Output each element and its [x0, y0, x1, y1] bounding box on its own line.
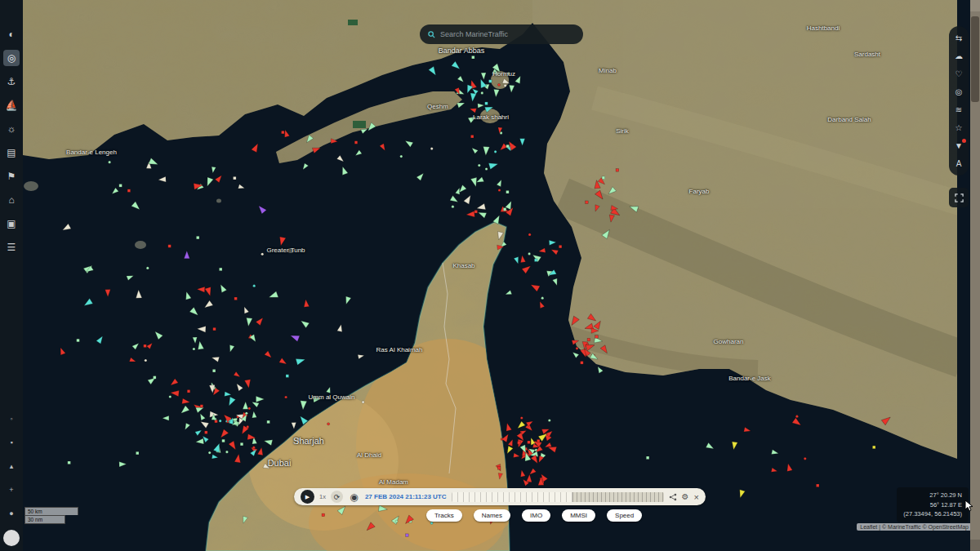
search-icon: [428, 31, 435, 38]
display-toggles: TracksNamesIMOMMSISpeed: [426, 509, 642, 522]
settings-icon[interactable]: ▪: [3, 434, 20, 451]
search-bar[interactable]: Search MarineTraffic: [420, 24, 583, 44]
share-button[interactable]: [669, 493, 677, 501]
play-button[interactable]: ▶: [301, 490, 314, 504]
notification-dot: [962, 139, 966, 143]
map-place-label: Bandar Abbas: [439, 47, 485, 55]
favorites-icon[interactable]: ♡: [952, 68, 965, 80]
map-scale: 50 km 30 nm: [24, 507, 78, 524]
help-icon[interactable]: ◦: [3, 411, 20, 427]
map-place-label: Bandar-e Lengeh: [66, 149, 117, 156]
map-place-label: Al Madam: [379, 478, 408, 486]
left-toolbar-main: ◐◎⚓⛵☼▤⚑⌂▣☰: [3, 26, 20, 256]
playback-bar: ▶ 1x ⟳ ◉ 27 FEB 2024 21:11:23 UTC ⚙ ×: [294, 488, 706, 505]
toggle-names[interactable]: Names: [474, 509, 510, 522]
map-place-label: Minab: [599, 67, 617, 74]
playback-timestamp[interactable]: 27 FEB 2024 21:11:23 UTC: [365, 493, 447, 500]
toggle-tracks[interactable]: Tracks: [426, 509, 462, 522]
search-placeholder: Search MarineTraffic: [440, 30, 508, 38]
toggle-mmsi[interactable]: MMSI: [562, 509, 595, 522]
map-place-label: Qeshm: [427, 103, 448, 110]
ports-icon[interactable]: ⚓: [3, 73, 20, 90]
scrollbar-up-button[interactable]: [970, 0, 980, 11]
coordinate-lat: 27° 20.29 N: [903, 491, 962, 500]
page-scrollbar[interactable]: [970, 0, 980, 551]
close-playback-button[interactable]: ×: [694, 492, 699, 502]
compare-icon[interactable]: ⇆: [952, 32, 965, 44]
map-place-label: Umm al Quwain: [309, 393, 355, 401]
vessel-labels-icon[interactable]: A: [952, 158, 965, 170]
playback-speed[interactable]: 1x: [319, 493, 326, 500]
map-place-label: Hormuz: [492, 70, 515, 78]
scale-metric: 50 km: [24, 507, 78, 515]
map-place-label: Bandar-e Jask: [728, 375, 771, 382]
map-attribution: Leaflet | © MarineTraffic © OpenStreetMa…: [857, 523, 972, 531]
density-maps-icon[interactable]: ▤: [3, 144, 20, 161]
left-toolbar: ◐◎⚓⛵☼▤⚑⌂▣☰ ◦▪▴+●: [0, 0, 23, 551]
stations-icon[interactable]: ⌂: [3, 192, 20, 208]
map-style-icon[interactable]: ◐: [3, 26, 20, 42]
filters-icon[interactable]: ▼: [952, 140, 965, 152]
cursor-coordinates: 27° 20.29 N 56° 12.87 E (27.33494, 56.21…: [897, 487, 969, 522]
account-avatar[interactable]: [3, 530, 20, 546]
timezone-button[interactable]: ◉: [348, 491, 360, 503]
areas-icon[interactable]: ▣: [3, 216, 20, 232]
timeline-remaining: [572, 492, 664, 502]
map-place-label: Darband Salah: [827, 116, 871, 123]
starred-icon[interactable]: ☆: [952, 122, 965, 134]
map-place-label: Ras Al Khaimah: [376, 346, 423, 353]
toggle-imo[interactable]: IMO: [522, 509, 550, 522]
map-place-label: Faryab: [689, 188, 710, 195]
coordinate-lon: 56° 12.87 E: [903, 500, 962, 510]
map-place-label: Sharjah: [293, 436, 324, 446]
fullscreen-icon: [955, 193, 964, 202]
loop-button[interactable]: ⟳: [331, 491, 343, 503]
map-place-label: Gowharan: [714, 338, 744, 345]
map-place-label: Larak shahri: [473, 113, 509, 121]
my-fleet-icon[interactable]: ⚑: [3, 168, 20, 184]
map-place-label: Khasab: [452, 262, 474, 269]
alerts-icon[interactable]: ▴: [3, 458, 20, 474]
more-tools-icon[interactable]: ☰: [3, 239, 20, 256]
scrollbar-thumb[interactable]: [971, 16, 979, 102]
vessels-icon[interactable]: ⛵: [3, 97, 20, 113]
map-place-label: Sirik: [616, 127, 629, 135]
map-labels: Bandar AbbasHormuzQeshmLarak shahriBanda…: [0, 0, 980, 551]
marinetraffic-app: Bandar AbbasHormuzQeshmLarak shahriBanda…: [0, 0, 980, 551]
fullscreen-button[interactable]: [949, 188, 969, 207]
settings-button[interactable]: ⚙: [682, 492, 689, 501]
right-toolbar: ⇆☁♡◎≋☆▼A: [949, 26, 969, 176]
scale-nautical: 30 nm: [24, 515, 65, 524]
map-place-label: Sardasht: [854, 51, 880, 58]
notifications-icon[interactable]: ●: [3, 505, 20, 522]
map-place-label: Greater Tunb: [266, 247, 305, 254]
coordinate-decimal: (27.33494, 56.21453): [903, 509, 962, 519]
weather-icon[interactable]: ☁: [952, 50, 965, 62]
timeline-elapsed: [452, 492, 572, 502]
sea-conditions-icon[interactable]: ≋: [952, 104, 965, 116]
lights-icon[interactable]: ☼: [3, 121, 20, 137]
location-icon[interactable]: +: [3, 482, 20, 498]
toggle-speed[interactable]: Speed: [607, 509, 642, 522]
scrollbar-down-button[interactable]: [970, 540, 980, 551]
left-toolbar-footer: ◦▪▴+●: [3, 411, 20, 522]
map-place-label: Hashtbandi: [807, 24, 840, 32]
layers-icon[interactable]: ◎: [3, 50, 20, 66]
timeline-track[interactable]: [452, 492, 664, 502]
map-place-label: Dubai: [268, 458, 292, 468]
map-place-label: Al Dhaid: [357, 451, 381, 459]
my-location-icon[interactable]: ◎: [952, 86, 965, 98]
share-icon: [669, 493, 677, 501]
